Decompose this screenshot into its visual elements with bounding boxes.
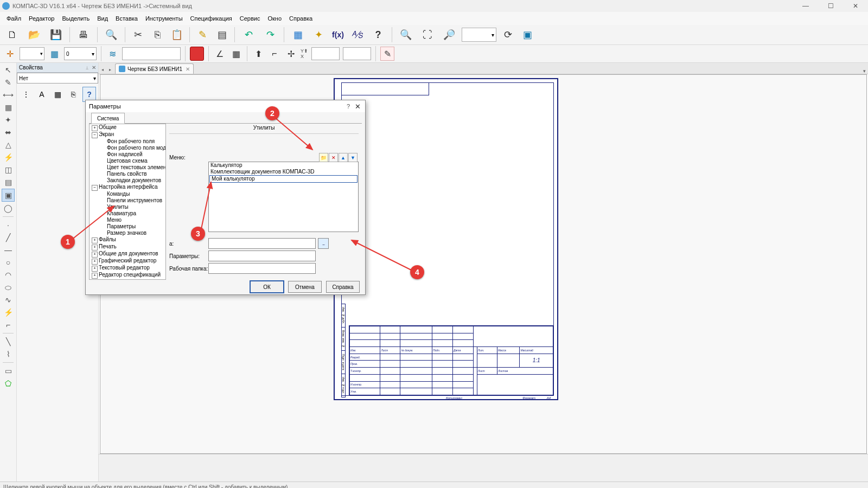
tab-next-icon[interactable]: ▸: [106, 65, 114, 74]
ok-button[interactable]: ОК: [250, 281, 284, 293]
zoom-dropdown[interactable]: ▾: [462, 28, 496, 42]
angle-icon[interactable]: ∠: [213, 47, 226, 60]
settings-tree[interactable]: +Общие −Экран Фон рабочего поля Фон рабо…: [89, 124, 166, 280]
menu-service[interactable]: Сервис: [237, 14, 264, 23]
aux-break-icon[interactable]: ⌇: [2, 348, 14, 360]
menu-file[interactable]: Файл: [3, 14, 24, 23]
cancel-button[interactable]: Отмена: [288, 281, 322, 293]
edit-mode-icon[interactable]: ✎: [380, 47, 394, 61]
browse-button[interactable]: ...: [318, 238, 329, 249]
brush-icon[interactable]: ✎: [194, 27, 210, 43]
view-name-input[interactable]: 0▾: [64, 47, 97, 60]
fx-icon[interactable]: f(x): [330, 27, 346, 43]
paste-icon[interactable]: 📋: [169, 27, 185, 43]
list-item-editing[interactable]: Мой калькулятор: [209, 175, 358, 183]
list-add-icon[interactable]: 📁: [319, 153, 328, 162]
cut-icon[interactable]: ✂: [130, 27, 146, 43]
command-input[interactable]: [208, 238, 316, 249]
list-delete-icon[interactable]: ✕: [329, 153, 338, 162]
maximize-button[interactable]: ☐: [818, 0, 843, 12]
zoom-fit-icon[interactable]: ⛶: [418, 25, 437, 44]
tool-hatch-icon[interactable]: ▦: [2, 101, 14, 113]
workdir-input[interactable]: [208, 263, 316, 274]
menu-edit[interactable]: Редактор: [25, 14, 58, 23]
undo-icon[interactable]: ↶: [239, 25, 258, 44]
draw-circle-icon[interactable]: ○: [2, 256, 14, 268]
document-tab[interactable]: Чертеж БЕЗ ИМЕНИ1 ✕: [115, 63, 194, 74]
tool-spec-icon[interactable]: ▤: [2, 176, 14, 188]
tab-close-icon[interactable]: ✕: [186, 66, 190, 72]
preview-icon[interactable]: 🔍: [102, 25, 120, 44]
utilities-list[interactable]: Калькулятор Комплектовщик документов КОМ…: [208, 162, 359, 232]
menu-insert[interactable]: Вставка: [112, 14, 141, 23]
redo-icon[interactable]: ↷: [261, 25, 279, 44]
manager-icon[interactable]: ▦: [289, 25, 307, 44]
grid-icon[interactable]: ▦: [229, 47, 242, 60]
prop-btn-1[interactable]: ⋮: [19, 87, 33, 102]
snap-toggle-icon[interactable]: [190, 47, 204, 61]
menu-help[interactable]: Справка: [286, 14, 316, 23]
aux-line-icon[interactable]: ╲: [2, 336, 14, 348]
pin-icon[interactable]: ⟂: [86, 65, 88, 70]
round-icon[interactable]: ⌐: [268, 47, 281, 60]
open-icon[interactable]: 📂: [25, 25, 43, 44]
help-icon[interactable]: ?: [369, 25, 387, 44]
close-button[interactable]: ✕: [843, 0, 868, 12]
dialog-close-icon[interactable]: ✕: [355, 102, 361, 111]
draw-spline-icon[interactable]: ∿: [2, 294, 14, 306]
copy-icon[interactable]: ⎘: [149, 27, 165, 43]
draw-arc-icon[interactable]: ◠: [2, 269, 14, 281]
tool-point-icon[interactable]: ↖: [2, 64, 14, 76]
menu-window[interactable]: Окно: [264, 14, 285, 23]
coord-x-input[interactable]: [311, 47, 340, 60]
draw-rect-icon[interactable]: ⌐: [2, 319, 14, 331]
tool-param-icon[interactable]: △: [2, 139, 14, 151]
layer-select[interactable]: ▾: [20, 47, 44, 60]
menu-select[interactable]: Выделить: [59, 14, 93, 23]
coord-y-input[interactable]: [343, 47, 371, 60]
prop-btn-text-icon[interactable]: A: [35, 87, 48, 102]
tab-menu-icon[interactable]: ▾: [863, 68, 868, 74]
new-icon[interactable]: 🗋: [3, 25, 22, 44]
tree-utilities[interactable]: Утилиты: [99, 204, 165, 210]
origin-icon[interactable]: ✛: [3, 47, 16, 60]
menu-spec[interactable]: Спецификация: [187, 14, 235, 23]
ortho-icon[interactable]: ⬆: [252, 47, 265, 60]
dialog-help-icon[interactable]: ?: [347, 103, 350, 110]
refresh-icon[interactable]: ⟳: [500, 27, 516, 43]
tool-select-icon[interactable]: ◫: [2, 164, 14, 176]
tool-line-icon[interactable]: ✎: [2, 76, 14, 88]
menu-view[interactable]: Вид: [94, 14, 111, 23]
draw-bezier-icon[interactable]: ⚡: [2, 306, 14, 318]
draw-hline-icon[interactable]: —: [2, 244, 14, 256]
properties-icon[interactable]: ▤: [214, 27, 230, 43]
style-input[interactable]: [122, 47, 181, 60]
style-icon[interactable]: ≋: [106, 47, 119, 60]
tool-measure-icon[interactable]: ⚡: [2, 151, 14, 163]
tab-prev-icon[interactable]: ◂: [99, 65, 106, 74]
list-item[interactable]: Калькулятор: [209, 162, 358, 169]
draw-line-icon[interactable]: ╱: [2, 232, 14, 243]
tool-insert-icon[interactable]: ◯: [2, 202, 14, 214]
list-up-icon[interactable]: ▲: [339, 153, 348, 162]
save-icon[interactable]: 💾: [47, 25, 65, 44]
aux-rect-icon[interactable]: ▭: [2, 365, 14, 377]
prop-btn-3[interactable]: ▦: [50, 87, 64, 102]
minimize-button[interactable]: —: [793, 0, 818, 12]
prop-btn-4[interactable]: ⎘: [67, 87, 80, 102]
tool-rough-icon[interactable]: ✦: [2, 114, 14, 126]
calc-icon[interactable]: ⅍: [349, 27, 366, 43]
dialog-tab-system[interactable]: Система: [91, 113, 125, 124]
window-icon[interactable]: ▣: [519, 27, 535, 43]
list-down-icon[interactable]: ▼: [348, 153, 358, 162]
tool-edit-icon[interactable]: ⬌: [2, 126, 14, 138]
properties-selector[interactable]: Нет▾: [17, 73, 98, 84]
track-icon[interactable]: ✢: [284, 47, 297, 60]
panel-close-icon[interactable]: ✕: [92, 65, 96, 70]
draw-ellipse-icon[interactable]: ⬭: [2, 281, 14, 293]
params-input[interactable]: [208, 251, 316, 261]
aux-poly-icon[interactable]: ⬠: [2, 377, 14, 389]
menu-tools[interactable]: Инструменты: [142, 14, 186, 23]
layers-icon[interactable]: ▦: [48, 47, 61, 60]
list-item[interactable]: Комплектовщик документов КОМПАС-3D: [209, 169, 358, 175]
